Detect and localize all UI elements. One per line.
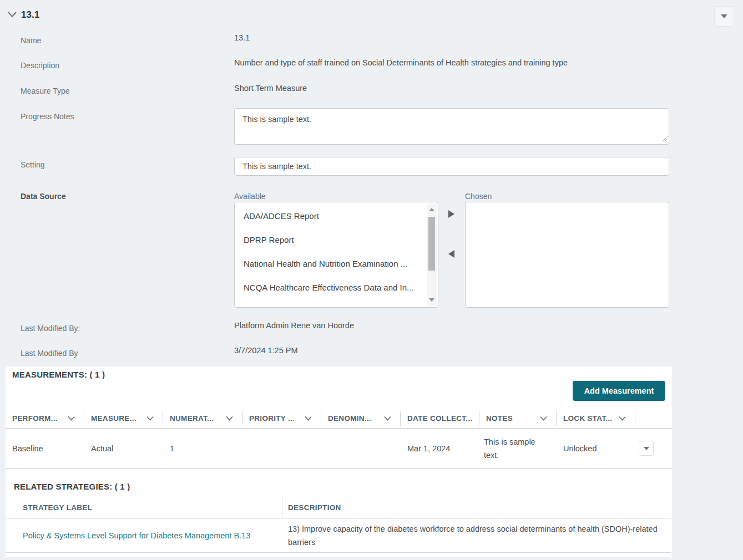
measurements-section-title: MEASUREMENTS: ( 1 ) — [12, 370, 105, 379]
measure-type-value: Short Term Measure — [234, 84, 307, 93]
header-menu-button[interactable] — [714, 6, 734, 27]
name-label: Name — [21, 36, 41, 45]
chevron-down-icon[interactable] — [146, 414, 154, 422]
strategy-description: 13) Improve capacity of the diabetes wor… — [288, 522, 660, 549]
setting-label: Setting — [21, 160, 45, 169]
column-header-denominator[interactable]: DENOMIN... — [321, 411, 401, 426]
chevron-down-icon[interactable] — [384, 414, 391, 422]
column-header-description[interactable]: DESCRIPTION — [282, 503, 671, 512]
scroll-down-icon[interactable] — [429, 298, 434, 302]
last-modified-date-value: 3/7/2024 1:25 PM — [234, 346, 297, 355]
list-item[interactable]: National Health and Nutrition Examinatio… — [235, 252, 438, 276]
cell-numerator: 1 — [163, 444, 242, 453]
measurements-panel: MEASUREMENTS: ( 1 ) Add Measurement PERF… — [6, 366, 672, 557]
chosen-list-label: Chosen — [465, 192, 492, 201]
scroll-up-icon[interactable] — [429, 208, 434, 211]
setting-input[interactable] — [234, 157, 669, 176]
name-value: 13.1 — [234, 33, 250, 42]
measure-type-label: Measure Type — [21, 86, 69, 95]
chevron-down-icon[interactable] — [540, 414, 547, 422]
scrollbar-thumb[interactable] — [428, 217, 435, 271]
related-strategies-section-title: RELATED STRATEGIES: ( 1 ) — [14, 482, 130, 491]
scrollbar[interactable] — [427, 203, 437, 306]
last-modified-by-value: Platform Admin Rene van Hoorde — [234, 321, 354, 330]
data-source-label: Data Source — [21, 192, 66, 201]
last-modified-by-label: Last Modified By: — [21, 324, 80, 333]
measurements-table-header: PERFORM... MEASURE... NUMERAT... PRIORIT… — [6, 409, 672, 429]
chevron-down-icon[interactable] — [305, 414, 312, 422]
progress-notes-label: Progress Notes — [21, 112, 74, 121]
description-label: Description — [21, 61, 59, 70]
table-row: Baseline Actual 1 Mar 1, 2024 This is sa… — [6, 429, 672, 469]
column-header-strategy-label[interactable]: STRATEGY LABEL — [6, 497, 282, 518]
move-right-icon[interactable] — [448, 210, 454, 218]
cell-date-collected: Mar 1, 2024 — [401, 444, 479, 453]
add-measurement-button[interactable]: Add Measurement — [573, 381, 665, 401]
column-header-priority[interactable]: PRIORITY ... — [242, 411, 321, 426]
chevron-down-icon[interactable] — [226, 414, 233, 422]
column-header-measure[interactable]: MEASURE... — [84, 411, 163, 426]
last-modified-date-label: Last Modified By — [21, 349, 78, 358]
collapse-chevron-icon[interactable] — [7, 11, 17, 21]
column-header-lock-status[interactable]: LOCK STAT... — [557, 411, 635, 426]
column-header-notes[interactable]: NOTES — [479, 411, 557, 426]
list-item[interactable]: ADA/ADCES Report — [235, 204, 438, 228]
cell-lock-status: Unlocked — [557, 444, 635, 453]
strategies-table-header: STRATEGY LABEL DESCRIPTION — [6, 497, 671, 518]
page-title: 13.1 — [21, 9, 39, 21]
row-menu-button[interactable] — [639, 441, 654, 456]
chevron-down-icon[interactable] — [619, 414, 626, 422]
list-item[interactable]: DPRP Report — [235, 228, 438, 252]
column-header-date-collected[interactable]: DATE COLLECT... — [401, 411, 479, 426]
description-value: Number and type of staff trained on Soci… — [234, 58, 645, 67]
chosen-list[interactable] — [465, 202, 669, 308]
cell-notes: This is sample text. — [484, 435, 538, 462]
progress-notes-textarea[interactable] — [234, 108, 669, 145]
available-list-label: Available — [234, 192, 266, 201]
caret-down-icon — [644, 447, 649, 450]
available-list: ADA/ADCES Report DPRP Report National He… — [234, 202, 438, 308]
move-left-icon[interactable] — [448, 250, 454, 258]
table-row: Policy & Systems Level Support for Diabe… — [6, 518, 671, 553]
cell-measure: Actual — [84, 444, 163, 453]
list-item[interactable]: NCQA Healthcare Effectiveness Data and I… — [235, 276, 438, 299]
cell-performance: Baseline — [6, 444, 84, 453]
strategy-link[interactable]: Policy & Systems Level Support for Diabe… — [23, 531, 250, 540]
caret-down-icon — [721, 14, 727, 18]
column-header-actions — [635, 411, 672, 426]
column-header-performance[interactable]: PERFORM... — [6, 411, 84, 426]
chevron-down-icon[interactable] — [68, 414, 75, 422]
measure-detail-page: 13.1 Name 13.1 Description Number and ty… — [0, 0, 743, 560]
column-header-numerator[interactable]: NUMERAT... — [163, 411, 242, 426]
resize-handle-icon[interactable] — [662, 133, 668, 143]
